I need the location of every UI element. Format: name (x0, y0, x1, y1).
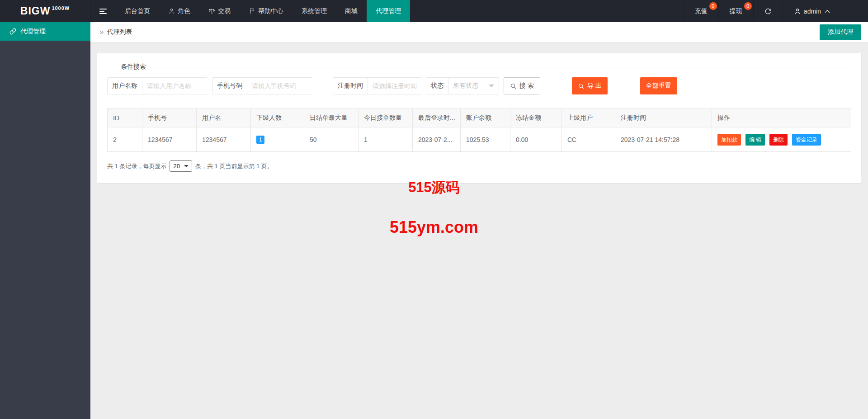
nav-item-dashboard[interactable]: 后台首页 (116, 0, 159, 22)
search-button[interactable]: 搜 索 (504, 77, 540, 94)
recharge-button[interactable]: 充值 0 (684, 0, 718, 22)
breadcrumb: 代理列表 (107, 28, 132, 36)
user-menu[interactable]: admin (783, 0, 842, 22)
nav-label: 帮助中心 (258, 7, 283, 15)
watermark-line1: 515源码 (0, 178, 868, 197)
cell-actions: 加扣款 编 辑 删除 资金记录 (712, 127, 851, 152)
table-row: 2 1234567 1234567 1 50 1 2023-07-2... 10… (108, 127, 851, 152)
cell-username: 1234567 (197, 127, 251, 152)
cell-id: 2 (108, 127, 142, 152)
cell-daily-max: 50 (304, 127, 359, 152)
add-agent-button[interactable]: 添加代理 (820, 24, 861, 40)
register-time-input[interactable] (368, 78, 421, 94)
cell-subordinates: 1 (251, 127, 304, 152)
row-action-delete-button[interactable]: 删除 (769, 134, 788, 146)
sidebar-collapse-button[interactable] (90, 0, 116, 22)
user-icon (794, 8, 801, 15)
scales-icon (208, 8, 215, 14)
username-field-group: 用户名称 (107, 77, 208, 94)
refresh-icon (764, 8, 772, 15)
pagination-suffix: 条，共 1 页当前显示第 1 页。 (195, 162, 273, 170)
link-icon (9, 28, 16, 35)
cell-today-orders: 1 (359, 127, 413, 152)
register-time-field-label: 注册时间 (333, 78, 368, 94)
brand-superscript: 1000W (52, 5, 70, 11)
chevron-down-icon (184, 165, 189, 169)
register-time-field-group: 注册时间 (333, 77, 421, 94)
cell-parent-user: CC (562, 127, 615, 152)
phone-field-label: 手机号码 (212, 78, 247, 94)
subordinates-count-badge[interactable]: 1 (256, 136, 264, 144)
nav-item-trade[interactable]: 交易 (199, 0, 240, 22)
col-parent-user: 上级用户 (562, 108, 615, 127)
nav-item-roles[interactable]: 角色 (159, 0, 199, 22)
col-frozen: 冻结金额 (510, 108, 562, 127)
withdraw-label: 提现 (730, 7, 742, 15)
search-form: 用户名称 手机号码 注册时间 状态 所有状态 (107, 77, 851, 94)
table-header-row: ID 手机号 用户名 下级人数 日结单最大量 今日接单数量 最后登录时... 账… (108, 108, 851, 127)
nav-label: 后台首页 (125, 7, 150, 15)
search-icon (578, 83, 585, 89)
nav-label: 交易 (218, 7, 231, 15)
cell-phone: 1234567 (142, 127, 197, 152)
breadcrumb-toolbar: » 代理列表 添加代理 (90, 22, 868, 42)
reset-all-button[interactable]: 全部重置 (640, 77, 677, 94)
header-right-group: 充值 0 提现 0 admin (684, 0, 868, 22)
page-size-select[interactable]: 20 (170, 160, 192, 172)
col-today-orders: 今日接单数量 (359, 108, 413, 127)
col-last-login: 最后登录时... (413, 108, 461, 127)
status-select-value: 所有状态 (453, 82, 478, 90)
col-daily-max: 日结单最大量 (304, 108, 359, 127)
nav-label: 角色 (178, 7, 190, 15)
withdraw-badge: 0 (744, 2, 752, 10)
nav-label: 系统管理 (302, 7, 327, 15)
col-register-time: 注册时间 (615, 108, 712, 127)
cell-frozen: 0.00 (510, 127, 562, 152)
nav-item-mall[interactable]: 商城 (336, 0, 367, 22)
breadcrumb-arrows-icon: » (99, 28, 104, 37)
flag-icon (249, 8, 255, 14)
nav-item-system[interactable]: 系统管理 (292, 0, 336, 22)
sidebar-item-agent-management[interactable]: 代理管理 (0, 22, 90, 41)
search-fieldset: 条件搜索 (107, 67, 851, 67)
brand-name: BIGW (20, 5, 51, 17)
nav-label: 代理管理 (376, 7, 401, 15)
watermark-line2: 515ym.com (0, 218, 868, 237)
recharge-badge: 0 (709, 2, 717, 10)
export-button[interactable]: 导 出 (572, 77, 608, 94)
status-field-label: 状态 (426, 78, 448, 94)
cell-last-login: 2023-07-2... (413, 127, 461, 152)
username-field-label: 用户名称 (108, 78, 142, 94)
col-phone: 手机号 (142, 108, 197, 127)
page-size-value: 20 (173, 163, 179, 169)
chevron-down-icon (489, 85, 494, 90)
agent-table: ID 手机号 用户名 下级人数 日结单最大量 今日接单数量 最后登录时... 账… (107, 108, 851, 152)
row-action-adjust-funds-button[interactable]: 加扣款 (717, 134, 741, 146)
agent-management-page: BIGW 1000W 后台首页 角色 交易 帮助 (0, 0, 868, 419)
pagination-prefix: 共 1 条记录，每页显示 (107, 162, 166, 170)
status-field-group: 状态 所有状态 (426, 77, 499, 94)
refresh-button[interactable] (753, 0, 783, 22)
row-action-fund-records-button[interactable]: 资金记录 (792, 134, 821, 146)
pagination-bar: 共 1 条记录，每页显示 20 条，共 1 页当前显示第 1 页。 (107, 160, 851, 172)
status-select[interactable]: 所有状态 (448, 78, 499, 94)
chevron-up-icon (824, 8, 831, 15)
col-id: ID (108, 108, 142, 127)
col-subordinates: 下级人数 (251, 108, 304, 127)
brand-logo: BIGW 1000W (0, 0, 90, 22)
nav-item-help-center[interactable]: 帮助中心 (240, 0, 292, 22)
col-balance: 账户余额 (461, 108, 510, 127)
phone-input[interactable] (247, 78, 312, 94)
col-actions: 操作 (712, 108, 851, 127)
withdraw-button[interactable]: 提现 0 (718, 0, 753, 22)
phone-field-group: 手机号码 (212, 77, 312, 94)
sidebar-item-label: 代理管理 (20, 28, 46, 36)
col-username: 用户名 (197, 108, 251, 127)
row-action-edit-button[interactable]: 编 辑 (745, 134, 765, 146)
username-input[interactable] (142, 78, 208, 94)
agent-list-card: 条件搜索 用户名称 手机号码 注册时间 状态 所有状态 (97, 53, 861, 183)
nav-item-agent-management[interactable]: 代理管理 (367, 0, 410, 22)
cell-balance: 1025.53 (461, 127, 510, 152)
hamburger-icon (99, 9, 107, 14)
top-header: BIGW 1000W 后台首页 角色 交易 帮助 (0, 0, 868, 22)
